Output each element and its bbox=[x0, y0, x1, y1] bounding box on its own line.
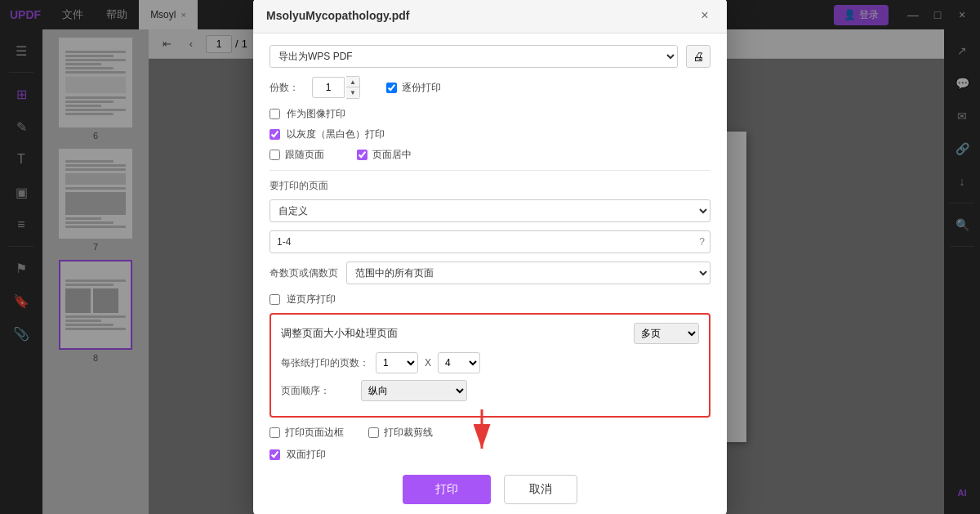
export-format-select[interactable]: 导出为WPS PDF bbox=[270, 45, 678, 68]
page-range-row: 1-4 ? bbox=[270, 230, 710, 253]
odd-even-label: 奇数页或偶数页 bbox=[270, 266, 338, 280]
copies-up-button[interactable]: ▲ bbox=[346, 77, 359, 87]
reverse-print-row: 逆页序打印 bbox=[270, 293, 710, 306]
adjust-section-title: 调整页面大小和处理页面 bbox=[281, 326, 398, 341]
follow-page-label: 跟随页面 bbox=[285, 148, 324, 162]
reverse-print-checkbox[interactable] bbox=[270, 294, 280, 305]
page-order-label: 页面顺序： bbox=[281, 384, 354, 398]
pages-per-sheet-row: 每张纸打印的页数： 1 X 4 bbox=[281, 352, 699, 373]
collate-checkbox-row: 逐份打印 bbox=[386, 81, 441, 95]
center-page-wrap: 页面居中 bbox=[357, 148, 412, 162]
pages-x-separator: X bbox=[425, 357, 431, 369]
odd-even-select[interactable]: 范围中的所有页面 bbox=[346, 261, 710, 284]
export-format-row: 导出为WPS PDF 🖨 bbox=[270, 45, 710, 68]
dialog-title-bar: MsolyuMycopathology.pdf × bbox=[253, 0, 727, 34]
page-range-help-icon[interactable]: ? bbox=[699, 236, 705, 248]
pages-per-sheet-label: 每张纸打印的页数： bbox=[281, 356, 369, 370]
dialog-footer: 打印 取消 bbox=[253, 467, 727, 514]
grayscale-row: 以灰度（黑白色）打印 bbox=[270, 127, 710, 141]
collate-label: 逐份打印 bbox=[402, 81, 441, 95]
copies-input[interactable] bbox=[312, 77, 345, 98]
print-border-label: 打印页面边框 bbox=[285, 426, 344, 440]
print-border-checkbox[interactable] bbox=[270, 427, 280, 438]
cancel-button[interactable]: 取消 bbox=[504, 475, 577, 504]
duplex-checkbox[interactable] bbox=[270, 449, 280, 460]
center-page-label: 页面居中 bbox=[372, 148, 412, 162]
layout-options-row: 跟随页面 页面居中 bbox=[270, 148, 710, 162]
print-button[interactable]: 打印 bbox=[403, 475, 491, 504]
copies-down-button[interactable]: ▼ bbox=[346, 87, 359, 98]
follow-page-wrap: 跟随页面 bbox=[270, 148, 324, 162]
dialog-overlay: MsolyuMycopathology.pdf × 导出为WPS PDF 🖨 份… bbox=[0, 0, 980, 514]
image-print-label: 作为图像打印 bbox=[287, 107, 345, 121]
duplex-label: 双面打印 bbox=[287, 448, 326, 462]
grayscale-checkbox[interactable] bbox=[270, 129, 280, 140]
collate-checkbox[interactable] bbox=[386, 83, 397, 93]
pages-y-select[interactable]: 4 bbox=[438, 352, 480, 373]
adjust-mode-select[interactable]: 多页 bbox=[634, 323, 699, 344]
follow-page-checkbox[interactable] bbox=[270, 150, 280, 160]
dialog-body: 导出为WPS PDF 🖨 份数： ▲ ▼ 逐份打印 bbox=[253, 34, 727, 467]
grayscale-label: 以灰度（黑白色）打印 bbox=[287, 127, 385, 141]
image-print-row: 作为图像打印 bbox=[270, 107, 710, 121]
divider-1 bbox=[270, 170, 710, 171]
copies-label: 份数： bbox=[270, 81, 299, 95]
print-dialog: MsolyuMycopathology.pdf × 导出为WPS PDF 🖨 份… bbox=[253, 0, 727, 514]
pages-type-select[interactable]: 自定义 bbox=[270, 199, 710, 222]
print-border-wrap: 打印页面边框 bbox=[270, 426, 344, 440]
print-crop-label: 打印裁剪线 bbox=[384, 426, 433, 440]
duplex-row: 双面打印 bbox=[270, 448, 710, 462]
dialog-close-button[interactable]: × bbox=[696, 7, 714, 25]
pages-section-title: 要打印的页面 bbox=[270, 179, 710, 193]
page-order-select[interactable]: 纵向 bbox=[361, 380, 467, 401]
copies-row: 份数： ▲ ▼ 逐份打印 bbox=[270, 76, 710, 99]
print-crop-wrap: 打印裁剪线 bbox=[368, 426, 433, 440]
image-print-checkbox[interactable] bbox=[270, 109, 280, 119]
page-adjust-box: 调整页面大小和处理页面 多页 每张纸打印的页数： 1 X 4 bbox=[270, 313, 710, 418]
printer-icon-button[interactable]: 🖨 bbox=[686, 45, 710, 68]
reverse-print-label: 逆页序打印 bbox=[287, 293, 336, 306]
odd-even-row: 奇数页或偶数页 范围中的所有页面 bbox=[270, 261, 710, 284]
copies-spinner: ▲ ▼ bbox=[346, 76, 360, 99]
border-crop-row: 打印页面边框 打印裁剪线 bbox=[270, 426, 710, 440]
copies-input-wrap: ▲ ▼ bbox=[312, 76, 360, 99]
center-page-checkbox[interactable] bbox=[357, 150, 368, 160]
page-order-row: 页面顺序： 纵向 bbox=[281, 380, 699, 401]
dialog-title: MsolyuMycopathology.pdf bbox=[266, 9, 410, 22]
page-adjust-header: 调整页面大小和处理页面 多页 bbox=[281, 323, 699, 344]
pages-x-select[interactable]: 1 bbox=[376, 352, 418, 373]
print-crop-checkbox[interactable] bbox=[368, 427, 379, 438]
page-range-value: 1-4 bbox=[277, 236, 291, 248]
